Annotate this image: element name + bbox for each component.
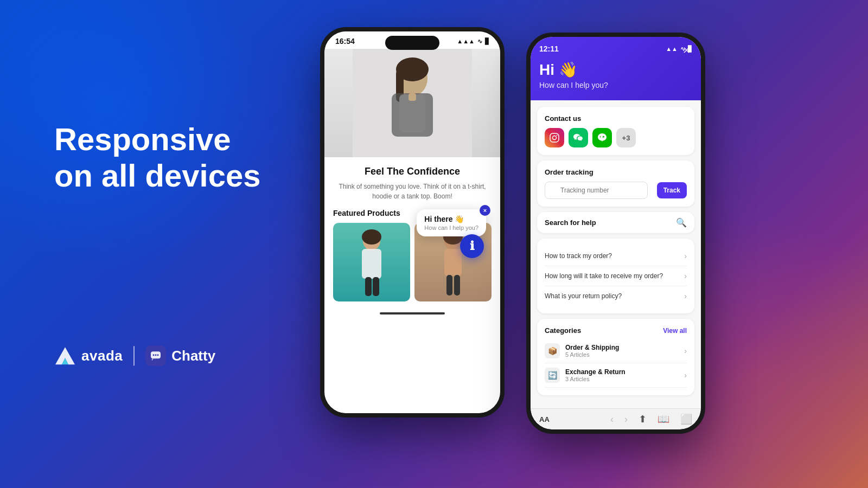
order-shipping-count: 5 Articles	[565, 351, 619, 358]
category-row-1[interactable]: 📦 Order & Shipping 5 Articles ›	[545, 339, 687, 363]
chat-bubble-title: Hi there 👋	[424, 215, 478, 223]
phone-right: 12:11 ▲▲ ∿ ▊ Hi 👋 How can I help you? ✕ …	[526, 33, 705, 434]
contact-section-card: Contact us	[537, 107, 694, 155]
faq-item-3[interactable]: What is your return policy? ›	[545, 286, 687, 306]
categories-label: Categories	[545, 326, 581, 335]
search-help-icon: 🔍	[676, 217, 687, 228]
exchange-return-name: Exchange & Return	[565, 368, 626, 376]
browser-aa-text[interactable]: AA	[539, 415, 550, 423]
faq-item-1[interactable]: How to track my order? ›	[545, 246, 687, 266]
order-shipping-info: Order & Shipping 5 Articles	[565, 344, 619, 358]
wechat-icon[interactable]	[569, 128, 588, 147]
faq-chevron-3: ›	[684, 292, 687, 300]
faq-text-2: How long will it take to receive my orde…	[545, 272, 684, 280]
faq-chevron-2: ›	[684, 272, 687, 280]
phone-left-home-indicator	[380, 312, 445, 314]
svg-rect-22	[454, 275, 460, 296]
hero-title: Responsive on all devices	[54, 121, 260, 194]
exchange-return-info: Exchange & Return 3 Articles	[565, 368, 626, 382]
chat-close-button[interactable]: ✕	[680, 44, 692, 56]
phone-left-status-bar: 16:54 ▲▲▲ ∿ ▊	[324, 31, 500, 49]
close-chat-bubble[interactable]: ×	[480, 205, 490, 216]
svg-rect-12	[409, 93, 416, 101]
svg-rect-23	[550, 133, 559, 142]
left-section: Responsive on all devices avada	[54, 121, 260, 366]
signal-icon: ▲▲▲	[457, 38, 475, 44]
dynamic-island-left	[385, 36, 439, 50]
browser-back-icon[interactable]: ‹	[610, 414, 614, 425]
categories-header: Categories View all	[545, 326, 687, 335]
chat-time: 12:11	[539, 44, 559, 53]
contact-icons-row: +3	[545, 128, 687, 147]
avada-logo: avada	[54, 346, 123, 366]
svg-rect-17	[373, 277, 379, 296]
browser-forward-icon[interactable]: ›	[624, 414, 628, 425]
category-row-2[interactable]: 🔄 Exchange & Return 3 Articles ›	[545, 363, 687, 388]
instagram-icon[interactable]	[545, 128, 564, 147]
order-shipping-name: Order & Shipping	[565, 344, 619, 351]
exchange-return-chevron: ›	[684, 371, 687, 380]
brand-logos: avada Chatty	[54, 346, 260, 367]
browser-controls: ‹ › ⬆ 📖 ⬜	[610, 413, 692, 425]
chat-greeting: Hi 👋	[539, 61, 692, 79]
svg-rect-16	[365, 277, 372, 296]
track-button[interactable]: Track	[657, 182, 687, 198]
svg-rect-15	[362, 249, 381, 279]
line-icon[interactable]	[592, 128, 612, 147]
browser-share-icon[interactable]: ⬆	[639, 413, 647, 425]
product-figure-1	[350, 227, 393, 298]
chat-bubble-overlay: × Hi there 👋 How can I help you?	[417, 209, 486, 236]
svg-point-3	[153, 355, 155, 356]
svg-point-14	[362, 229, 381, 245]
faq-text-1: How to track my order?	[545, 252, 684, 260]
battery-icon: ▊	[485, 38, 489, 45]
phone-product-content: Feel The Confidence Think of something y…	[324, 157, 500, 310]
categories-card: Categories View all 📦 Order & Shipping 5…	[537, 319, 694, 395]
faq-item-2[interactable]: How long will it take to receive my orde…	[545, 266, 687, 286]
chat-signal-icon: ▲▲	[666, 46, 678, 52]
svg-rect-20	[444, 249, 462, 276]
order-shipping-icon: 📦	[545, 343, 560, 358]
avada-icon	[54, 346, 76, 366]
category-left-2: 🔄 Exchange & Return 3 Articles	[545, 368, 626, 383]
info-button[interactable]: ℹ	[460, 234, 484, 258]
chat-header: 12:11 ▲▲ ∿ ▊ Hi 👋 How can I help you? ✕	[531, 37, 701, 100]
tracking-row: 🔍 Track	[545, 182, 687, 199]
product-grid: × Hi there 👋 How can I help you? ℹ	[333, 223, 492, 301]
product-title: Feel The Confidence	[333, 166, 492, 177]
faq-chevron-1: ›	[684, 252, 687, 260]
chat-status-bar: 12:11 ▲▲ ∿ ▊	[539, 44, 692, 53]
view-all-link[interactable]: View all	[663, 327, 687, 335]
phone-left-time: 16:54	[335, 37, 355, 46]
order-tracking-label: Order tracking	[545, 168, 687, 176]
order-shipping-chevron: ›	[684, 346, 687, 355]
wifi-icon: ∿	[477, 38, 482, 45]
contact-section-label: Contact us	[545, 114, 687, 123]
product-card-1	[333, 223, 410, 301]
svg-point-5	[157, 355, 159, 356]
chatty-icon	[145, 346, 166, 367]
exchange-return-count: 3 Articles	[565, 376, 626, 382]
browser-bookmarks-icon[interactable]: 📖	[658, 413, 669, 425]
product-desc: Think of something you love. Think of it…	[333, 182, 492, 201]
phone-left: 16:54 ▲▲▲ ∿ ▊	[320, 27, 505, 418]
svg-point-24	[553, 136, 557, 140]
brand-divider	[133, 346, 135, 366]
faq-card: How to track my order? › How long will i…	[537, 239, 694, 313]
search-help-row[interactable]: Search for help 🔍	[537, 212, 694, 233]
avada-text: avada	[81, 348, 123, 364]
svg-point-4	[155, 355, 157, 356]
more-contacts-icon[interactable]: +3	[616, 128, 636, 147]
browser-tabs-icon[interactable]: ⬜	[680, 413, 692, 425]
svg-point-25	[557, 135, 558, 136]
svg-rect-21	[446, 275, 452, 296]
phone-left-status-icons: ▲▲▲ ∿ ▊	[457, 38, 489, 45]
faq-text-3: What is your return policy?	[545, 292, 684, 300]
browser-bar: AA ‹ › ⬆ 📖 ⬜	[531, 408, 701, 429]
chat-body: Contact us	[531, 100, 701, 408]
tracking-input-wrapper: 🔍	[545, 182, 654, 199]
category-left-1: 📦 Order & Shipping 5 Articles	[545, 343, 619, 358]
chat-bubble-subtitle: How can I help you?	[424, 224, 478, 231]
chatty-text: Chatty	[171, 348, 215, 364]
tracking-number-input[interactable]	[545, 182, 648, 199]
